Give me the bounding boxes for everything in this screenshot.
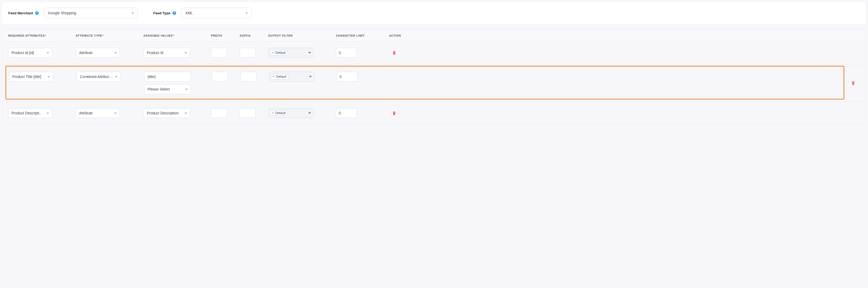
trash-icon — [392, 50, 396, 55]
th-text: ATTRIBUTE TYPE — [76, 34, 102, 37]
chevron-down-icon — [115, 75, 118, 78]
required-attribute-value: Product Title [title] — [12, 75, 41, 79]
feed-type-group: Feed Type ? XML — [153, 8, 252, 18]
character-limit-input[interactable]: 0 — [336, 108, 357, 118]
cell-prefix — [211, 108, 240, 118]
th-suffix: SUFFIX — [240, 34, 268, 37]
caret-down-icon — [308, 51, 311, 54]
required-attribute-value: Product Description [description] — [11, 111, 44, 115]
remove-tag-icon[interactable]: ✕ — [271, 51, 274, 54]
attributes-table: REQUIRED ATTRIBUTES* ATTRIBUTE TYPE* ASS… — [2, 30, 866, 124]
chevron-down-icon — [131, 11, 134, 14]
table-row: Product Title [title] Combined Attribute… — [2, 64, 866, 102]
character-limit-input[interactable]: 0 — [336, 48, 357, 58]
cell-attribute-type: Combined Attributes — [76, 72, 144, 82]
output-filter-tag: ✕ Default — [270, 110, 287, 116]
assigned-value-text: Product Description — [147, 111, 179, 115]
th-assigned-values: ASSIGNED VALUES* — [143, 34, 211, 37]
help-icon[interactable]: ? — [173, 11, 176, 15]
required-attribute-select[interactable]: Product Id [id] — [8, 48, 52, 58]
feed-type-label-text: Feed Type — [153, 11, 170, 15]
th-attribute-type: ATTRIBUTE TYPE* — [76, 34, 143, 37]
character-limit-input[interactable]: 0 — [337, 72, 358, 82]
character-limit-value: 0 — [339, 51, 341, 55]
chevron-down-icon — [184, 51, 187, 54]
th-text: ASSIGNED VALUES — [143, 34, 173, 37]
cell-suffix — [240, 72, 269, 82]
cell-prefix — [212, 72, 240, 82]
cell-assigned-values: {title} Please Select — [144, 72, 212, 94]
required-asterisk: * — [173, 34, 174, 37]
cell-action — [385, 48, 401, 58]
delete-row-button[interactable] — [391, 49, 397, 56]
assigned-value-text: Product Id — [147, 51, 163, 55]
cell-character-limit: 0 — [337, 72, 386, 82]
cell-character-limit: 0 — [336, 108, 385, 118]
output-filter-select[interactable]: ✕ Default — [269, 72, 315, 82]
th-required-attributes: REQUIRED ATTRIBUTES* — [8, 34, 76, 37]
trash-icon — [392, 111, 396, 115]
suffix-input[interactable] — [240, 72, 256, 82]
suffix-input[interactable] — [240, 108, 256, 118]
prefix-input[interactable] — [211, 108, 227, 118]
table-row: Product Id [id] Attribute Product Id — [2, 42, 866, 64]
assigned-value-extra-text: Please Select — [148, 87, 170, 91]
feed-merchant-label-text: Feed Merchant — [8, 11, 33, 15]
cell-suffix — [240, 108, 268, 118]
required-attribute-select[interactable]: Product Title [title] — [9, 72, 53, 82]
highlighted-region: Product Title [title] Combined Attribute… — [5, 66, 844, 100]
cell-action — [844, 64, 860, 102]
cell-required-attribute: Product Title [title] — [9, 72, 76, 82]
required-asterisk: * — [102, 34, 104, 37]
assigned-value-extra-select[interactable]: Please Select — [144, 84, 191, 94]
suffix-input[interactable] — [240, 48, 256, 58]
cell-required-attribute: Product Id [id] — [8, 48, 76, 58]
output-filter-tag: ✕ Default — [270, 50, 287, 56]
feed-merchant-label: Feed Merchant ? — [8, 11, 39, 15]
chevron-down-icon — [184, 111, 187, 115]
attribute-type-value: Combined Attributes — [80, 75, 113, 79]
attribute-type-select[interactable]: Attribute — [76, 108, 120, 118]
output-filter-tag-text: Default — [275, 111, 286, 115]
cell-required-attribute: Product Description [description] — [8, 108, 76, 118]
cell-action — [385, 108, 401, 118]
cell-character-limit: 0 — [336, 48, 385, 58]
attribute-type-select[interactable]: Attribute — [76, 48, 120, 58]
assigned-value-text: {title} — [148, 75, 156, 79]
assigned-value-select[interactable]: Product Id — [143, 48, 190, 58]
caret-down-icon — [309, 75, 312, 78]
th-text: REQUIRED ATTRIBUTES — [8, 34, 45, 37]
feed-type-label: Feed Type ? — [153, 11, 176, 15]
chevron-down-icon — [114, 51, 117, 54]
feed-config-card: Feed Merchant ? Google Shopping Feed Typ… — [2, 2, 866, 24]
output-filter-select[interactable]: ✕ Default — [268, 108, 314, 118]
caret-down-icon — [308, 112, 311, 114]
help-icon[interactable]: ? — [35, 11, 39, 15]
character-limit-value: 0 — [340, 75, 342, 79]
cell-attribute-type: Attribute — [76, 48, 143, 58]
output-filter-tag-text: Default — [275, 51, 286, 55]
th-character-limit: CHARACTER LIMIT — [336, 34, 385, 37]
feed-merchant-select[interactable]: Google Shopping — [44, 8, 137, 18]
th-prefix: PREFIX — [211, 34, 240, 37]
attribute-type-select[interactable]: Combined Attributes — [76, 72, 121, 82]
remove-tag-icon[interactable]: ✕ — [271, 112, 274, 114]
attribute-type-value: Attribute — [79, 51, 93, 55]
cell-output-filter: ✕ Default — [269, 72, 337, 82]
remove-tag-icon[interactable]: ✕ — [272, 75, 275, 78]
delete-row-button[interactable] — [391, 110, 397, 116]
cell-attribute-type: Attribute — [76, 108, 143, 118]
feed-merchant-value: Google Shopping — [48, 11, 76, 15]
feed-type-select[interactable]: XML — [181, 8, 252, 18]
cell-output-filter: ✕ Default — [268, 108, 336, 118]
cell-suffix — [240, 48, 268, 58]
output-filter-select[interactable]: ✕ Default — [268, 48, 314, 58]
required-attribute-select[interactable]: Product Description [description] — [8, 108, 52, 118]
assigned-value-input[interactable]: {title} — [144, 72, 191, 82]
delete-row-button[interactable] — [850, 79, 856, 86]
prefix-input[interactable] — [212, 72, 228, 82]
chevron-down-icon — [114, 111, 117, 115]
assigned-value-select[interactable]: Product Description — [143, 108, 190, 118]
cell-assigned-values: Product Description — [143, 108, 211, 118]
prefix-input[interactable] — [211, 48, 227, 58]
